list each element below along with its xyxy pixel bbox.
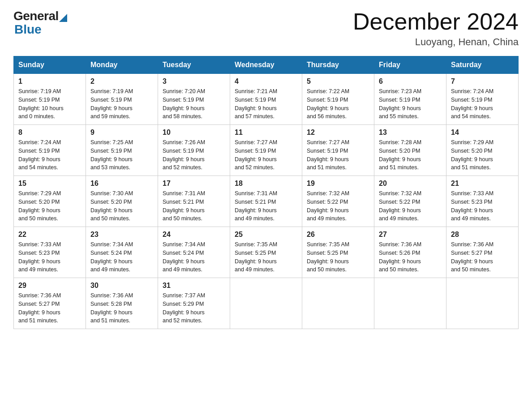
table-row: 6Sunrise: 7:23 AMSunset: 5:19 PMDaylight… bbox=[374, 74, 446, 125]
day-info: Sunrise: 7:29 AMSunset: 5:20 PMDaylight:… bbox=[451, 138, 514, 172]
day-number: 18 bbox=[235, 180, 297, 188]
day-info: Sunrise: 7:33 AMSunset: 5:23 PMDaylight:… bbox=[451, 189, 514, 223]
day-number: 13 bbox=[379, 128, 442, 137]
table-row: 17Sunrise: 7:31 AMSunset: 5:21 PMDayligh… bbox=[158, 176, 230, 227]
table-row: 29Sunrise: 7:36 AMSunset: 5:27 PMDayligh… bbox=[14, 278, 86, 329]
calendar-week-row: 1Sunrise: 7:19 AMSunset: 5:19 PMDaylight… bbox=[14, 74, 519, 125]
table-row: 22Sunrise: 7:33 AMSunset: 5:23 PMDayligh… bbox=[14, 227, 86, 278]
day-info: Sunrise: 7:19 AMSunset: 5:19 PMDaylight:… bbox=[90, 87, 153, 121]
header-right: December 2024 Luoyang, Henan, China bbox=[353, 9, 519, 48]
table-row: 9Sunrise: 7:25 AMSunset: 5:19 PMDaylight… bbox=[86, 125, 158, 176]
table-row: 14Sunrise: 7:29 AMSunset: 5:20 PMDayligh… bbox=[446, 125, 519, 176]
day-info: Sunrise: 7:30 AMSunset: 5:20 PMDaylight:… bbox=[90, 189, 153, 223]
table-row: 31Sunrise: 7:37 AMSunset: 5:29 PMDayligh… bbox=[158, 278, 230, 329]
table-row: 15Sunrise: 7:29 AMSunset: 5:20 PMDayligh… bbox=[14, 176, 86, 227]
table-row: 2Sunrise: 7:19 AMSunset: 5:19 PMDaylight… bbox=[86, 74, 158, 125]
table-row: 1Sunrise: 7:19 AMSunset: 5:19 PMDaylight… bbox=[14, 74, 86, 125]
day-number: 2 bbox=[90, 77, 153, 86]
table-row: 21Sunrise: 7:33 AMSunset: 5:23 PMDayligh… bbox=[446, 176, 519, 227]
page-header: General Blue December 2024 Luoyang, Hena… bbox=[13, 9, 519, 48]
day-number: 23 bbox=[90, 231, 153, 239]
table-row bbox=[446, 278, 519, 329]
day-number: 5 bbox=[307, 77, 369, 86]
logo: General Blue bbox=[13, 9, 67, 37]
day-number: 25 bbox=[235, 231, 297, 239]
day-number: 31 bbox=[163, 282, 225, 290]
day-number: 20 bbox=[379, 180, 442, 188]
table-row: 3Sunrise: 7:20 AMSunset: 5:19 PMDaylight… bbox=[158, 74, 230, 125]
day-info: Sunrise: 7:26 AMSunset: 5:19 PMDaylight:… bbox=[163, 138, 225, 172]
day-number: 14 bbox=[451, 128, 514, 137]
table-row: 26Sunrise: 7:35 AMSunset: 5:25 PMDayligh… bbox=[302, 227, 374, 278]
day-number: 22 bbox=[18, 231, 81, 239]
calendar-week-row: 15Sunrise: 7:29 AMSunset: 5:20 PMDayligh… bbox=[14, 176, 519, 227]
col-wednesday: Wednesday bbox=[230, 56, 302, 74]
day-number: 10 bbox=[163, 128, 225, 137]
day-info: Sunrise: 7:35 AMSunset: 5:25 PMDaylight:… bbox=[307, 240, 369, 274]
day-info: Sunrise: 7:32 AMSunset: 5:22 PMDaylight:… bbox=[307, 189, 369, 223]
logo-general-text: General bbox=[13, 9, 59, 23]
day-info: Sunrise: 7:29 AMSunset: 5:20 PMDaylight:… bbox=[18, 189, 81, 223]
day-info: Sunrise: 7:32 AMSunset: 5:22 PMDaylight:… bbox=[379, 189, 442, 223]
day-info: Sunrise: 7:31 AMSunset: 5:21 PMDaylight:… bbox=[163, 189, 225, 223]
month-title: December 2024 bbox=[353, 9, 519, 34]
day-info: Sunrise: 7:36 AMSunset: 5:27 PMDaylight:… bbox=[18, 291, 81, 325]
day-info: Sunrise: 7:27 AMSunset: 5:19 PMDaylight:… bbox=[235, 138, 297, 172]
day-info: Sunrise: 7:34 AMSunset: 5:24 PMDaylight:… bbox=[90, 240, 153, 274]
day-info: Sunrise: 7:19 AMSunset: 5:19 PMDaylight:… bbox=[18, 87, 81, 121]
day-number: 30 bbox=[90, 282, 153, 290]
table-row: 24Sunrise: 7:34 AMSunset: 5:24 PMDayligh… bbox=[158, 227, 230, 278]
day-info: Sunrise: 7:33 AMSunset: 5:23 PMDaylight:… bbox=[18, 240, 81, 274]
day-info: Sunrise: 7:31 AMSunset: 5:21 PMDaylight:… bbox=[235, 189, 297, 223]
day-number: 24 bbox=[163, 231, 225, 239]
day-info: Sunrise: 7:34 AMSunset: 5:24 PMDaylight:… bbox=[163, 240, 225, 274]
day-number: 12 bbox=[307, 128, 369, 137]
table-row bbox=[302, 278, 374, 329]
logo-blue-text: Blue bbox=[14, 22, 42, 36]
location-label: Luoyang, Henan, China bbox=[353, 36, 519, 48]
day-info: Sunrise: 7:36 AMSunset: 5:27 PMDaylight:… bbox=[451, 240, 514, 274]
day-info: Sunrise: 7:28 AMSunset: 5:20 PMDaylight:… bbox=[379, 138, 442, 172]
table-row: 28Sunrise: 7:36 AMSunset: 5:27 PMDayligh… bbox=[446, 227, 519, 278]
day-info: Sunrise: 7:24 AMSunset: 5:19 PMDaylight:… bbox=[18, 138, 81, 172]
table-row: 25Sunrise: 7:35 AMSunset: 5:25 PMDayligh… bbox=[230, 227, 302, 278]
table-row: 20Sunrise: 7:32 AMSunset: 5:22 PMDayligh… bbox=[374, 176, 446, 227]
calendar-header-row: Sunday Monday Tuesday Wednesday Thursday… bbox=[14, 56, 519, 74]
day-number: 17 bbox=[163, 180, 225, 188]
calendar-week-row: 29Sunrise: 7:36 AMSunset: 5:27 PMDayligh… bbox=[14, 278, 519, 329]
logo-triangle-icon bbox=[59, 14, 67, 22]
day-info: Sunrise: 7:21 AMSunset: 5:19 PMDaylight:… bbox=[235, 87, 297, 121]
table-row: 13Sunrise: 7:28 AMSunset: 5:20 PMDayligh… bbox=[374, 125, 446, 176]
day-number: 9 bbox=[90, 128, 153, 137]
calendar-table: Sunday Monday Tuesday Wednesday Thursday… bbox=[13, 56, 519, 329]
day-number: 8 bbox=[18, 128, 81, 137]
table-row: 7Sunrise: 7:24 AMSunset: 5:19 PMDaylight… bbox=[446, 74, 519, 125]
col-sunday: Sunday bbox=[14, 56, 86, 74]
day-info: Sunrise: 7:25 AMSunset: 5:19 PMDaylight:… bbox=[90, 138, 153, 172]
table-row bbox=[374, 278, 446, 329]
col-monday: Monday bbox=[86, 56, 158, 74]
day-number: 21 bbox=[451, 180, 514, 188]
day-info: Sunrise: 7:36 AMSunset: 5:28 PMDaylight:… bbox=[90, 291, 153, 325]
col-thursday: Thursday bbox=[302, 56, 374, 74]
day-number: 4 bbox=[235, 77, 297, 86]
day-info: Sunrise: 7:35 AMSunset: 5:25 PMDaylight:… bbox=[235, 240, 297, 274]
table-row: 16Sunrise: 7:30 AMSunset: 5:20 PMDayligh… bbox=[86, 176, 158, 227]
day-number: 27 bbox=[379, 231, 442, 239]
table-row: 19Sunrise: 7:32 AMSunset: 5:22 PMDayligh… bbox=[302, 176, 374, 227]
col-tuesday: Tuesday bbox=[158, 56, 230, 74]
table-row: 4Sunrise: 7:21 AMSunset: 5:19 PMDaylight… bbox=[230, 74, 302, 125]
calendar-week-row: 8Sunrise: 7:24 AMSunset: 5:19 PMDaylight… bbox=[14, 125, 519, 176]
day-info: Sunrise: 7:20 AMSunset: 5:19 PMDaylight:… bbox=[163, 87, 225, 121]
calendar-week-row: 22Sunrise: 7:33 AMSunset: 5:23 PMDayligh… bbox=[14, 227, 519, 278]
table-row: 5Sunrise: 7:22 AMSunset: 5:19 PMDaylight… bbox=[302, 74, 374, 125]
day-info: Sunrise: 7:36 AMSunset: 5:26 PMDaylight:… bbox=[379, 240, 442, 274]
day-info: Sunrise: 7:27 AMSunset: 5:19 PMDaylight:… bbox=[307, 138, 369, 172]
day-number: 7 bbox=[451, 77, 514, 86]
day-number: 1 bbox=[18, 77, 81, 86]
table-row: 11Sunrise: 7:27 AMSunset: 5:19 PMDayligh… bbox=[230, 125, 302, 176]
day-number: 15 bbox=[18, 180, 81, 188]
day-info: Sunrise: 7:37 AMSunset: 5:29 PMDaylight:… bbox=[163, 291, 225, 325]
table-row: 8Sunrise: 7:24 AMSunset: 5:19 PMDaylight… bbox=[14, 125, 86, 176]
day-number: 29 bbox=[18, 282, 81, 290]
